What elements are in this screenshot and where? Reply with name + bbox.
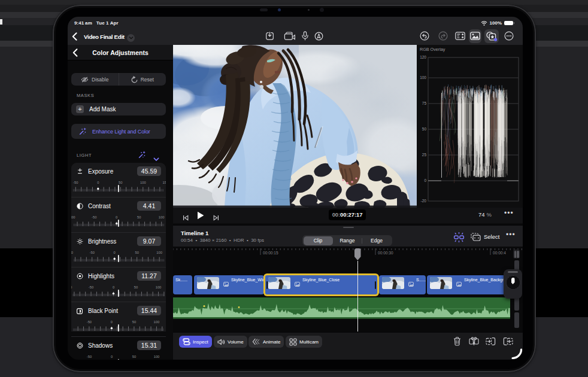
svg-text:25: 25 [422,153,427,157]
svg-text:-50: -50 [87,320,92,324]
svg-text:00:00:30: 00:00:30 [378,251,393,255]
svg-text:150: 150 [162,181,166,184]
svg-text:0: 0 [424,178,426,183]
svg-text:100: 100 [420,75,426,80]
svg-text:-20: -20 [421,199,427,203]
svg-text:-100: -100 [71,251,73,254]
svg-text:50: 50 [119,181,122,184]
svg-text:50: 50 [135,251,138,254]
svg-text:50: 50 [132,320,136,324]
svg-text:75: 75 [422,101,427,105]
svg-text:50: 50 [132,355,136,358]
svg-text:50: 50 [137,215,141,219]
svg-text:-50: -50 [73,181,78,184]
svg-text:RGB Overlay: RGB Overlay [420,47,445,52]
svg-text:100: 100 [159,215,165,219]
svg-text:-50: -50 [87,355,92,358]
svg-text:100: 100 [154,320,160,324]
svg-text:120: 120 [420,55,426,59]
svg-text:0: 0 [97,181,99,184]
svg-text:-50: -50 [89,285,93,289]
svg-text:-50: -50 [90,251,95,254]
svg-text:0: 0 [111,355,113,358]
svg-text:-50: -50 [92,215,96,219]
svg-text:100: 100 [140,181,146,184]
svg-text:0: 0 [114,251,116,254]
svg-text:0: 0 [111,320,113,324]
svg-text:-100: -100 [71,215,75,219]
svg-text:50: 50 [422,127,427,131]
svg-text:100: 100 [154,355,160,358]
svg-text:0: 0 [116,215,117,219]
svg-text:0: 0 [113,285,114,289]
svg-text:50: 50 [134,285,138,289]
svg-text:-100: -100 [71,285,72,289]
svg-text:00:00:4: 00:00:4 [493,251,506,255]
svg-text:00:00:15: 00:00:15 [263,251,278,255]
svg-text:100: 100 [156,285,162,289]
svg-text:100: 100 [156,251,162,254]
